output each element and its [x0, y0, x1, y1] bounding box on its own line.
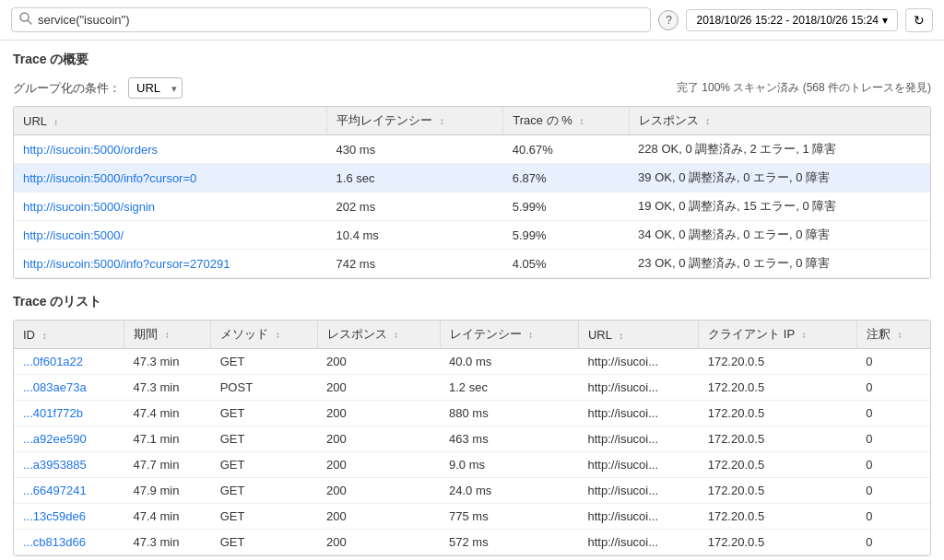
trace-id-cell[interactable]: ...a3953885: [14, 452, 124, 478]
trace-duration-cell: 47.9 min: [124, 478, 211, 504]
trace-annotation-cell: 0: [856, 452, 930, 478]
annotation-sort-icon[interactable]: ↕: [897, 330, 902, 340]
summary-response-cell: 19 OK, 0 調整済み, 15 エラー, 0 障害: [629, 192, 930, 221]
trace-table-row[interactable]: ...cb813d66 47.3 min GET 200 572 ms http…: [14, 530, 930, 555]
url-sort-icon[interactable]: ↕: [53, 117, 58, 127]
trace-method-cell: GET: [211, 426, 317, 452]
trace-table-row[interactable]: ...401f772b 47.4 min GET 200 880 ms http…: [14, 401, 930, 426]
date-range-button[interactable]: 2018/10/26 15:22 - 2018/10/26 15:24 ▾: [686, 9, 898, 31]
group-controls: グループ化の条件： URL 完了 100% スキャン済み (568 件のトレース…: [13, 77, 931, 99]
summary-col-url-label: URL: [23, 114, 47, 128]
trace-response-sort-icon[interactable]: ↕: [394, 330, 398, 340]
top-bar-right: ? 2018/10/26 15:22 - 2018/10/26 15:24 ▾ …: [658, 8, 933, 32]
trace-client-ip-cell: 172.20.0.5: [699, 530, 857, 555]
trace-response-cell: 200: [317, 375, 440, 401]
trace-url-cell: http://isucoi...: [578, 426, 698, 452]
trace-annotation-cell: 0: [856, 530, 930, 555]
summary-table-row[interactable]: http://isucoin:5000/ 10.4 ms 5.99% 34 OK…: [14, 221, 930, 250]
trace-col-client-ip: クライアント IP ↕: [699, 321, 857, 349]
search-box[interactable]: [11, 7, 651, 32]
trace-col-annotation-label: 注釈: [867, 327, 891, 341]
group-label: グループ化の条件：: [13, 80, 121, 97]
summary-trace-pct-cell: 40.67%: [503, 135, 629, 164]
trace-method-cell: GET: [211, 452, 317, 478]
trace-id-cell[interactable]: ...a92ee590: [14, 426, 124, 452]
trace-latency-cell: 24.0 ms: [440, 478, 578, 504]
trace-pct-sort-icon[interactable]: ↕: [579, 116, 584, 126]
trace-duration-cell: 47.7 min: [124, 452, 211, 478]
trace-col-url-label: URL: [588, 328, 612, 342]
summary-col-trace-pct: Trace の % ↕: [503, 107, 629, 135]
trace-table: ID ↕ 期間 ↕ メソッド ↕ レスポンス ↕: [14, 321, 930, 555]
trace-table-row[interactable]: ...a92ee590 47.1 min GET 200 463 ms http…: [14, 426, 930, 452]
trace-table-header-row: ID ↕ 期間 ↕ メソッド ↕ レスポンス ↕: [14, 321, 930, 349]
trace-method-cell: GET: [211, 401, 317, 426]
trace-latency-cell: 1.2 sec: [440, 375, 578, 401]
trace-id-cell[interactable]: ...66497241: [14, 478, 124, 504]
response-sort-icon[interactable]: ↕: [705, 116, 710, 126]
trace-latency-sort-icon[interactable]: ↕: [528, 330, 533, 340]
summary-table-row[interactable]: http://isucoin:5000/orders 430 ms 40.67%…: [14, 135, 930, 164]
date-range-label: 2018/10/26 15:22 - 2018/10/26 15:24: [696, 14, 879, 27]
trace-duration-cell: 47.1 min: [124, 426, 211, 452]
trace-duration-cell: 47.4 min: [124, 401, 211, 426]
trace-response-cell: 200: [317, 401, 440, 426]
trace-id-cell[interactable]: ...cb813d66: [14, 530, 124, 555]
summary-url-cell[interactable]: http://isucoin:5000/orders: [14, 135, 327, 164]
trace-col-latency-label: レイテンシー: [450, 327, 522, 341]
trace-col-method-label: メソッド: [220, 327, 268, 341]
trace-url-cell: http://isucoi...: [578, 401, 698, 426]
trace-response-cell: 200: [317, 530, 440, 555]
scan-status-text: 完了 100% スキャン済み (568 件のトレースを発見): [677, 81, 931, 94]
latency-sort-icon[interactable]: ↕: [440, 116, 444, 126]
trace-url-cell: http://isucoi...: [578, 504, 698, 530]
trace-duration-cell: 47.4 min: [124, 504, 211, 530]
trace-id-cell[interactable]: ...401f772b: [14, 401, 124, 426]
trace-table-row[interactable]: ...66497241 47.9 min GET 200 24.0 ms htt…: [14, 478, 930, 504]
trace-response-cell: 200: [317, 349, 440, 375]
group-select[interactable]: URL: [128, 77, 183, 99]
summary-col-latency: 平均レイテンシー ↕: [327, 107, 503, 135]
refresh-button[interactable]: ↻: [905, 8, 933, 32]
trace-response-cell: 200: [317, 504, 440, 530]
trace-method-cell: GET: [211, 530, 317, 555]
client-ip-sort-icon[interactable]: ↕: [801, 330, 806, 340]
group-select-wrap[interactable]: URL: [128, 77, 183, 99]
summary-url-cell[interactable]: http://isucoin:5000/signin: [14, 192, 327, 221]
method-sort-icon[interactable]: ↕: [276, 330, 280, 340]
summary-response-cell: 34 OK, 0 調整済み, 0 エラー, 0 障害: [629, 221, 930, 250]
summary-url-cell[interactable]: http://isucoin:5000/info?cursor=0: [14, 164, 327, 192]
summary-url-cell[interactable]: http://isucoin:5000/info?cursor=270291: [14, 250, 327, 278]
trace-id-cell[interactable]: ...13c59de6: [14, 504, 124, 530]
trace-id-cell[interactable]: ...083ae73a: [14, 375, 124, 401]
trace-col-client-ip-label: クライアント IP: [708, 327, 795, 341]
trace-col-duration: 期間 ↕: [124, 321, 211, 349]
search-input[interactable]: [38, 13, 643, 27]
summary-trace-pct-cell: 5.99%: [503, 221, 629, 250]
trace-table-row[interactable]: ...083ae73a 47.3 min POST 200 1.2 sec ht…: [14, 375, 930, 401]
trace-client-ip-cell: 172.20.0.5: [699, 375, 857, 401]
trace-table-row[interactable]: ...13c59de6 47.4 min GET 200 775 ms http…: [14, 504, 930, 530]
trace-table-wrap: ID ↕ 期間 ↕ メソッド ↕ レスポンス ↕: [13, 320, 931, 556]
trace-table-row[interactable]: ...a3953885 47.7 min GET 200 9.0 ms http…: [14, 452, 930, 478]
trace-table-row[interactable]: ...0f601a22 47.3 min GET 200 40.0 ms htt…: [14, 349, 930, 375]
summary-response-cell: 228 OK, 0 調整済み, 2 エラー, 1 障害: [629, 135, 930, 164]
summary-response-cell: 23 OK, 0 調整済み, 0 エラー, 0 障害: [629, 250, 930, 278]
trace-annotation-cell: 0: [856, 401, 930, 426]
trace-duration-cell: 47.3 min: [124, 349, 211, 375]
trace-client-ip-cell: 172.20.0.5: [699, 426, 857, 452]
trace-latency-cell: 463 ms: [440, 426, 578, 452]
summary-table-row[interactable]: http://isucoin:5000/signin 202 ms 5.99% …: [14, 192, 930, 221]
summary-latency-cell: 202 ms: [327, 192, 503, 221]
help-button[interactable]: ?: [658, 10, 678, 30]
trace-latency-cell: 572 ms: [440, 530, 578, 555]
trace-url-cell: http://isucoi...: [578, 530, 698, 555]
duration-sort-icon[interactable]: ↕: [165, 330, 170, 340]
summary-url-cell[interactable]: http://isucoin:5000/: [14, 221, 327, 250]
trace-client-ip-cell: 172.20.0.5: [699, 452, 857, 478]
trace-id-cell[interactable]: ...0f601a22: [14, 349, 124, 375]
id-sort-icon[interactable]: ↕: [42, 331, 47, 341]
summary-table-row[interactable]: http://isucoin:5000/info?cursor=270291 7…: [14, 250, 930, 278]
summary-table-row[interactable]: http://isucoin:5000/info?cursor=0 1.6 se…: [14, 164, 930, 192]
trace-url-sort-icon[interactable]: ↕: [619, 331, 623, 341]
